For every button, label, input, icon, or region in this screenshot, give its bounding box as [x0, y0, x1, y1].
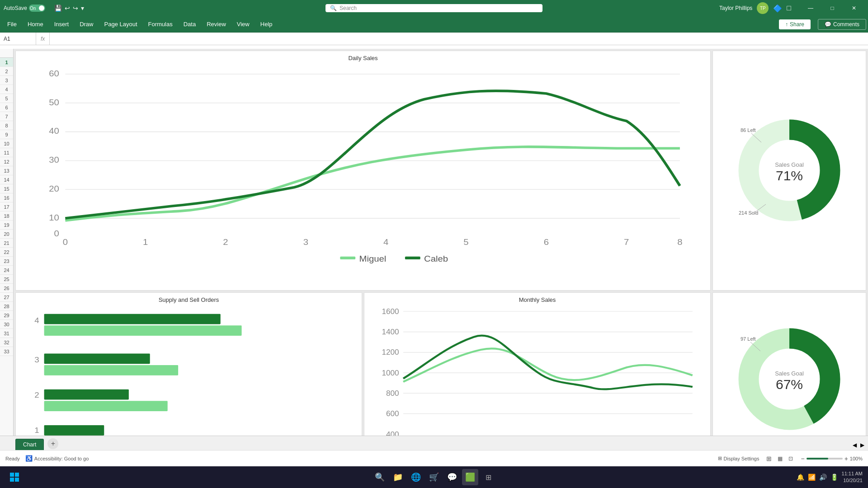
redo-icon[interactable]: ↪ [73, 5, 78, 12]
menu-data[interactable]: Data [178, 19, 201, 29]
row-9[interactable]: 9 [0, 130, 13, 139]
taskbar-search-icon[interactable]: 🔍 [372, 469, 388, 485]
svg-rect-101 [44, 425, 104, 436]
wifi-icon[interactable]: 📶 [808, 474, 816, 481]
window-controls: — □ ✕ [800, 0, 864, 16]
row-21[interactable]: 21 [0, 239, 13, 248]
menu-page-layout[interactable]: Page Layout [99, 19, 143, 29]
row-8[interactable]: 8 [0, 121, 13, 130]
row-27[interactable]: 27 [0, 293, 13, 302]
svg-text:71%: 71% [776, 168, 803, 183]
row-33[interactable]: 33 [0, 347, 13, 356]
menu-insert[interactable]: Insert [49, 19, 75, 29]
svg-text:Sales Goal: Sales Goal [775, 370, 804, 377]
svg-rect-99 [44, 401, 168, 411]
svg-rect-79 [340, 257, 355, 259]
taskbar-file-explorer-icon[interactable]: 📁 [390, 469, 406, 485]
menubar: File Home Insert Draw Page Layout Formul… [0, 16, 868, 33]
row-19[interactable]: 19 [0, 221, 13, 230]
row-23[interactable]: 23 [0, 257, 13, 266]
row-14[interactable]: 14 [0, 175, 13, 184]
row-1[interactable]: 1 [0, 58, 13, 67]
row-25[interactable]: 25 [0, 275, 13, 284]
row-3[interactable]: 3 [0, 76, 13, 85]
row-15[interactable]: 15 [0, 184, 13, 193]
page-layout-view-icon[interactable]: ▦ [775, 454, 784, 463]
daily-svg: 60 50 40 30 20 10 0 0 1 2 3 4 5 6 7 8 [19, 63, 707, 272]
row-29[interactable]: 29 [0, 311, 13, 320]
row-28[interactable]: 28 [0, 302, 13, 311]
row-18[interactable]: 18 [0, 211, 13, 221]
scroll-right-icon[interactable]: ▶ [859, 440, 866, 450]
page-break-view-icon[interactable]: ⊡ [786, 454, 795, 463]
share-button[interactable]: ↑ Share [779, 19, 811, 29]
more-icon[interactable]: ▾ [81, 5, 84, 12]
display-settings-label: Display Settings [724, 456, 760, 461]
row-31[interactable]: 31 [0, 329, 13, 338]
scroll-left-icon[interactable]: ◀ [851, 440, 859, 450]
minimize-button[interactable]: — [800, 0, 821, 16]
search-box[interactable]: 🔍 Search [326, 4, 542, 12]
zoom-slider[interactable] [807, 458, 843, 460]
display-settings-button[interactable]: ⊞ Display Settings [718, 455, 760, 461]
row-7[interactable]: 7 [0, 112, 13, 121]
row-4[interactable]: 4 [0, 85, 13, 94]
svg-text:1600: 1600 [382, 307, 399, 315]
account-icon[interactable]: □ [787, 4, 791, 12]
autosave-section: AutoSave On [4, 5, 45, 12]
undo-icon[interactable]: ↩ [65, 5, 70, 12]
taskbar-messages-icon[interactable]: 💬 [444, 469, 460, 485]
save-icon[interactable]: 💾 [54, 5, 62, 12]
row-2[interactable]: 2 [0, 67, 13, 76]
battery-icon[interactable]: 🔋 [830, 474, 838, 481]
row-16[interactable]: 16 [0, 193, 13, 202]
menu-home[interactable]: Home [22, 19, 49, 29]
normal-view-icon[interactable]: ⊞ [764, 454, 774, 463]
row-5[interactable]: 5 [0, 94, 13, 103]
row-12[interactable]: 12 [0, 157, 13, 166]
start-button[interactable] [5, 468, 24, 486]
taskbar-widgets-icon[interactable]: ⊞ [480, 469, 496, 485]
row-13[interactable]: 13 [0, 166, 13, 175]
row-11[interactable]: 11 [0, 148, 13, 157]
row-30[interactable]: 30 [0, 320, 13, 329]
svg-rect-122 [15, 473, 19, 477]
zoom-in-button[interactable]: + [844, 455, 848, 462]
menu-formulas[interactable]: Formulas [143, 19, 178, 29]
menu-view[interactable]: View [231, 19, 255, 29]
add-sheet-button[interactable]: + [47, 438, 58, 449]
row-17[interactable]: 17 [0, 202, 13, 211]
svg-text:1000: 1000 [382, 369, 399, 376]
row-26[interactable]: 26 [0, 284, 13, 293]
svg-text:40: 40 [49, 126, 59, 136]
autosave-toggle[interactable]: On [29, 5, 45, 12]
row-6[interactable]: 6 [0, 103, 13, 112]
zoom-out-button[interactable]: − [801, 455, 804, 462]
svg-text:3: 3 [303, 237, 308, 247]
sheet-tabs-bar: Chart + ◀ ▶ [0, 436, 868, 450]
share-label: Share [790, 21, 804, 28]
taskbar-browser-icon[interactable]: 🌐 [408, 469, 424, 485]
taskbar-excel-icon[interactable]: 🟩 [462, 469, 478, 485]
row-24[interactable]: 24 [0, 266, 13, 275]
cell-reference[interactable]: A1 [0, 33, 36, 45]
taskbar: 🔍 📁 🌐 🛒 💬 🟩 ⊞ 🔔 📶 🔊 🔋 11:11 AM 10/20/21 [0, 466, 868, 488]
statusbar: Ready ♿ Accessibility: Good to go ⊞ Disp… [0, 450, 868, 466]
volume-icon[interactable]: 🔊 [819, 474, 827, 481]
close-button[interactable]: ✕ [844, 0, 864, 16]
notification-icon[interactable]: 🔔 [797, 474, 804, 481]
office-icon[interactable]: 🔷 [773, 4, 782, 13]
menu-file[interactable]: File [2, 19, 22, 29]
row-20[interactable]: 20 [0, 230, 13, 239]
row-32[interactable]: 32 [0, 338, 13, 347]
row-22[interactable]: 22 [0, 248, 13, 257]
comments-button[interactable]: 💬 Comments [818, 19, 866, 30]
taskbar-store-icon[interactable]: 🛒 [426, 469, 442, 485]
chart-tab[interactable]: Chart [15, 439, 44, 450]
menu-draw[interactable]: Draw [74, 19, 99, 29]
maximize-button[interactable]: □ [822, 0, 843, 16]
menu-help[interactable]: Help [255, 19, 278, 29]
taskbar-right: 🔔 📶 🔊 🔋 11:11 AM 10/20/21 [797, 470, 863, 484]
row-10[interactable]: 10 [0, 139, 13, 148]
menu-review[interactable]: Review [201, 19, 231, 29]
